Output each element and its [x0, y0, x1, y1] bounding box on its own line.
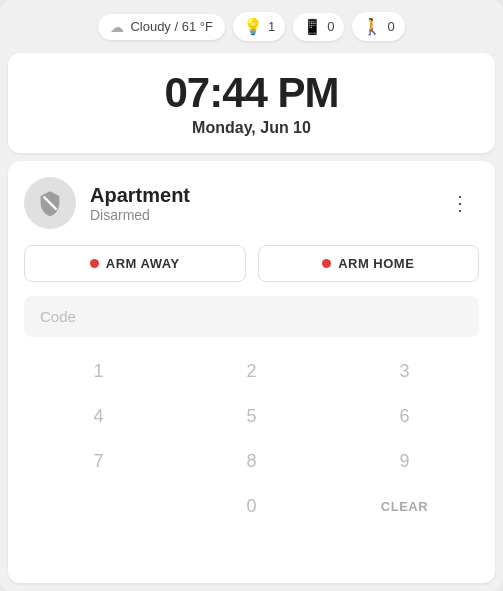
clock-date: Monday, Jun 10 — [24, 119, 479, 137]
clear-button[interactable]: CLEAR — [330, 486, 479, 527]
code-input-display: Code — [24, 296, 479, 337]
arm-home-dot — [322, 259, 331, 268]
more-button[interactable]: ⋮ — [442, 187, 479, 219]
light-status-pill: 💡 1 — [233, 12, 285, 41]
person-count: 0 — [387, 19, 394, 34]
light-icon: 💡 — [243, 17, 263, 36]
tablet-icon: 📱 — [303, 18, 322, 36]
alarm-name: Apartment — [90, 184, 190, 207]
arm-home-button[interactable]: ARM HOME — [258, 245, 480, 282]
keypad: 1 2 3 4 5 6 7 8 9 0 CLEAR — [24, 351, 479, 527]
key-0[interactable]: 0 — [177, 486, 326, 527]
code-placeholder: Code — [40, 308, 76, 325]
key-8[interactable]: 8 — [177, 441, 326, 482]
light-count: 1 — [268, 19, 275, 34]
arm-away-button[interactable]: ARM AWAY — [24, 245, 246, 282]
alarm-card: Apartment Disarmed ⋮ ARM AWAY ARM HOME C… — [8, 161, 495, 583]
weather-pill: ☁ Cloudy / 61 °F — [98, 14, 225, 40]
arm-home-label: ARM HOME — [338, 256, 414, 271]
arm-away-dot — [90, 259, 99, 268]
arm-buttons: ARM AWAY ARM HOME — [24, 245, 479, 282]
cloud-icon: ☁ — [110, 19, 124, 35]
key-2[interactable]: 2 — [177, 351, 326, 392]
arm-away-label: ARM AWAY — [106, 256, 180, 271]
alarm-icon-circle — [24, 177, 76, 229]
key-6[interactable]: 6 — [330, 396, 479, 437]
weather-label: Cloudy / 61 °F — [130, 19, 213, 34]
tablet-count: 0 — [327, 19, 334, 34]
key-3[interactable]: 3 — [330, 351, 479, 392]
clock-card: 07:44 PM Monday, Jun 10 — [8, 53, 495, 153]
key-7[interactable]: 7 — [24, 441, 173, 482]
alarm-header: Apartment Disarmed ⋮ — [24, 177, 479, 229]
key-9[interactable]: 9 — [330, 441, 479, 482]
alarm-text: Apartment Disarmed — [90, 184, 190, 223]
top-bar: ☁ Cloudy / 61 °F 💡 1 📱 0 🚶 0 — [8, 8, 495, 45]
shield-icon — [36, 189, 64, 217]
person-status-pill: 🚶 0 — [352, 12, 404, 41]
alarm-status: Disarmed — [90, 207, 190, 223]
alarm-info: Apartment Disarmed — [24, 177, 190, 229]
person-icon: 🚶 — [362, 17, 382, 36]
screen: ☁ Cloudy / 61 °F 💡 1 📱 0 🚶 0 07:44 PM Mo… — [0, 0, 503, 591]
key-4[interactable]: 4 — [24, 396, 173, 437]
clock-time: 07:44 PM — [24, 69, 479, 117]
tablet-status-pill: 📱 0 — [293, 13, 344, 41]
key-5[interactable]: 5 — [177, 396, 326, 437]
key-1[interactable]: 1 — [24, 351, 173, 392]
